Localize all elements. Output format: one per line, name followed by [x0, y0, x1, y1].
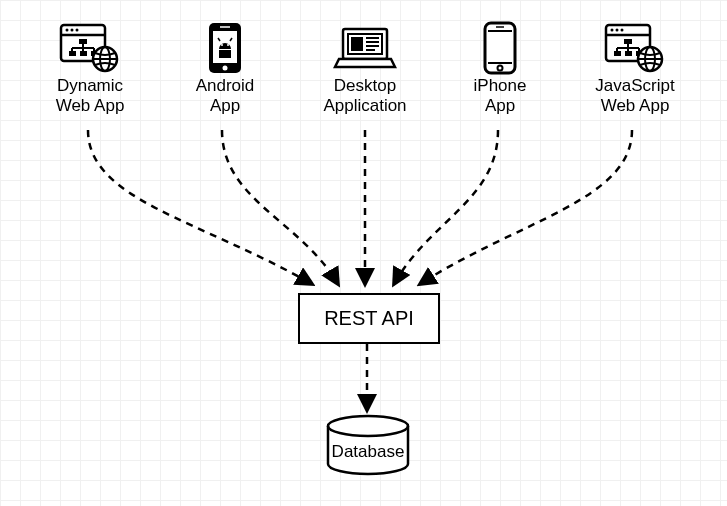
- iphone-icon: [450, 20, 550, 76]
- svg-point-4: [76, 29, 79, 32]
- client-label-line2: App: [450, 96, 550, 116]
- svg-rect-7: [80, 51, 87, 56]
- client-label-line2: Application: [300, 96, 430, 116]
- database-node: Database: [318, 414, 418, 484]
- svg-point-23: [221, 44, 223, 46]
- rest-api-label: REST API: [324, 307, 414, 330]
- browser-globe-icon: [30, 20, 150, 76]
- client-label-line1: iPhone: [450, 76, 550, 96]
- client-iphone-app: iPhone App: [450, 20, 550, 117]
- client-javascript-web-app: JavaScript Web App: [570, 20, 700, 117]
- client-label-line1: Dynamic: [30, 76, 150, 96]
- svg-point-42: [621, 29, 624, 32]
- client-desktop-application: Desktop Application: [300, 20, 430, 117]
- svg-point-24: [227, 44, 229, 46]
- client-label-line1: JavaScript: [570, 76, 700, 96]
- client-label-line1: Desktop: [300, 76, 430, 96]
- database-label: Database: [332, 442, 405, 461]
- android-phone-icon: [170, 20, 280, 76]
- svg-rect-5: [79, 39, 87, 44]
- client-label-line2: Web App: [30, 96, 150, 116]
- laptop-icon: [300, 20, 430, 76]
- browser-globe-icon: [570, 20, 700, 76]
- svg-rect-25: [219, 50, 231, 58]
- svg-rect-6: [69, 51, 76, 56]
- client-label-line2: Web App: [570, 96, 700, 116]
- database-icon: Database: [318, 414, 418, 479]
- svg-rect-28: [351, 37, 363, 51]
- svg-point-40: [611, 29, 614, 32]
- svg-point-3: [71, 29, 74, 32]
- rest-api-box: REST API: [298, 293, 440, 344]
- svg-rect-43: [624, 39, 632, 44]
- client-android-app: Android App: [170, 20, 280, 117]
- svg-point-41: [616, 29, 619, 32]
- svg-point-19: [223, 66, 228, 71]
- client-dynamic-web-app: Dynamic Web App: [30, 20, 150, 117]
- svg-rect-45: [625, 51, 632, 56]
- client-label-line2: App: [170, 96, 280, 116]
- svg-point-2: [66, 29, 69, 32]
- client-label-line1: Android: [170, 76, 280, 96]
- svg-rect-44: [614, 51, 621, 56]
